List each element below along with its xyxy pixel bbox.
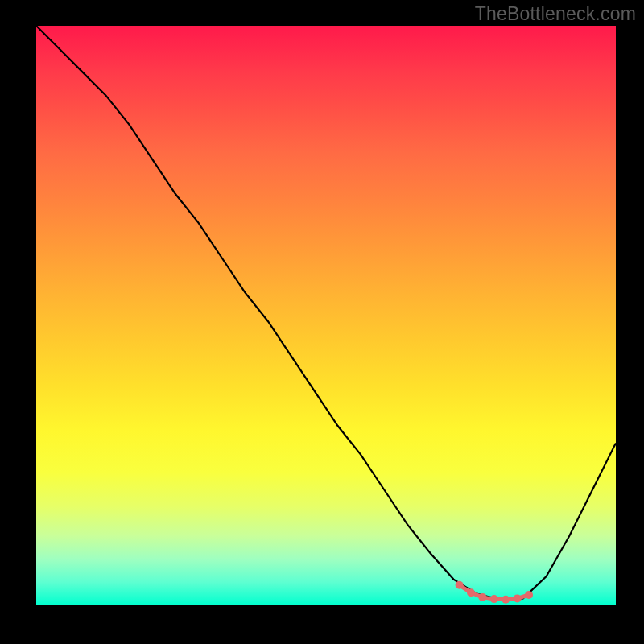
- marker-dot: [502, 596, 510, 604]
- plot-area: [36, 26, 616, 605]
- bottleneck-curve: [36, 26, 616, 600]
- chart-frame: TheBottleneck.com: [0, 0, 644, 644]
- marker-dot: [478, 593, 486, 601]
- marker-dot: [456, 581, 464, 589]
- curve-layer: [36, 26, 616, 605]
- watermark-text: TheBottleneck.com: [475, 3, 636, 25]
- marker-dot: [467, 588, 475, 597]
- marker-dot: [514, 594, 522, 602]
- marker-dot: [490, 595, 498, 603]
- marker-dot: [525, 591, 533, 599]
- marker-sweet-spot: [456, 581, 533, 604]
